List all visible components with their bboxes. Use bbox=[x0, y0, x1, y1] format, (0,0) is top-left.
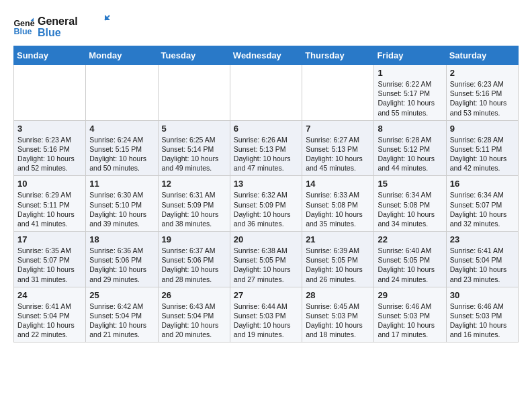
calendar-table: SundayMondayTuesdayWednesdayThursdayFrid… bbox=[13, 46, 519, 342]
cell-content: Sunrise: 6:28 AMSunset: 5:11 PMDaylight:… bbox=[450, 135, 515, 173]
day-number: 2 bbox=[450, 68, 515, 78]
cell-content: Sunrise: 6:38 AMSunset: 5:05 PMDaylight:… bbox=[234, 246, 298, 284]
header-wednesday: Wednesday bbox=[230, 46, 302, 65]
day-number: 15 bbox=[378, 179, 442, 189]
logo-icon: General Blue bbox=[13, 17, 35, 36]
calendar-cell: 12Sunrise: 6:31 AMSunset: 5:09 PMDayligh… bbox=[158, 176, 230, 232]
week-row-3: 17Sunrise: 6:35 AMSunset: 5:07 PMDayligh… bbox=[14, 232, 519, 287]
header-friday: Friday bbox=[374, 46, 446, 65]
day-number: 26 bbox=[162, 290, 226, 300]
day-number: 10 bbox=[17, 179, 82, 189]
calendar-cell: 7Sunrise: 6:27 AMSunset: 5:13 PMDaylight… bbox=[302, 120, 374, 176]
cell-content: Sunrise: 6:29 AMSunset: 5:11 PMDaylight:… bbox=[17, 190, 82, 228]
day-number: 16 bbox=[450, 179, 515, 189]
day-number: 18 bbox=[89, 234, 154, 244]
calendar-cell: 6Sunrise: 6:26 AMSunset: 5:13 PMDaylight… bbox=[230, 120, 302, 176]
header-monday: Monday bbox=[86, 46, 158, 65]
cell-content: Sunrise: 6:43 AMSunset: 5:04 PMDaylight:… bbox=[162, 302, 226, 340]
header-tuesday: Tuesday bbox=[158, 46, 230, 65]
day-number: 3 bbox=[17, 124, 82, 134]
calendar-cell: 14Sunrise: 6:33 AMSunset: 5:08 PMDayligh… bbox=[302, 176, 374, 232]
cell-content: Sunrise: 6:25 AMSunset: 5:14 PMDaylight:… bbox=[162, 135, 226, 173]
calendar-cell: 20Sunrise: 6:38 AMSunset: 5:05 PMDayligh… bbox=[230, 232, 302, 287]
day-number: 6 bbox=[234, 124, 298, 134]
day-number: 12 bbox=[162, 179, 226, 189]
calendar-cell: 5Sunrise: 6:25 AMSunset: 5:14 PMDaylight… bbox=[158, 120, 230, 176]
day-number: 17 bbox=[17, 234, 82, 244]
day-number: 5 bbox=[162, 124, 226, 134]
day-number: 27 bbox=[234, 290, 298, 300]
cell-content: Sunrise: 6:46 AMSunset: 5:03 PMDaylight:… bbox=[378, 302, 442, 340]
day-number: 29 bbox=[378, 290, 442, 300]
day-number: 24 bbox=[17, 290, 82, 300]
day-number: 20 bbox=[234, 234, 298, 244]
day-number: 19 bbox=[162, 234, 226, 244]
cell-content: Sunrise: 6:39 AMSunset: 5:05 PMDaylight:… bbox=[306, 246, 370, 284]
calendar-cell: 2Sunrise: 6:23 AMSunset: 5:16 PMDaylight… bbox=[446, 65, 518, 121]
cell-content: Sunrise: 6:46 AMSunset: 5:03 PMDaylight:… bbox=[450, 302, 515, 340]
calendar-cell: 13Sunrise: 6:32 AMSunset: 5:09 PMDayligh… bbox=[230, 176, 302, 232]
cell-content: Sunrise: 6:22 AMSunset: 5:17 PMDaylight:… bbox=[378, 79, 442, 118]
calendar-cell: 16Sunrise: 6:34 AMSunset: 5:07 PMDayligh… bbox=[446, 176, 518, 232]
cell-content: Sunrise: 6:31 AMSunset: 5:09 PMDaylight:… bbox=[162, 190, 226, 228]
cell-content: Sunrise: 6:23 AMSunset: 5:16 PMDaylight:… bbox=[450, 79, 515, 118]
day-number: 7 bbox=[306, 124, 370, 134]
header-saturday: Saturday bbox=[446, 46, 518, 65]
day-number: 11 bbox=[89, 179, 154, 189]
cell-content: Sunrise: 6:37 AMSunset: 5:06 PMDaylight:… bbox=[162, 246, 226, 284]
day-number: 14 bbox=[306, 179, 370, 189]
calendar-cell: 15Sunrise: 6:34 AMSunset: 5:08 PMDayligh… bbox=[374, 176, 446, 232]
day-number: 25 bbox=[89, 290, 154, 300]
calendar-cell: 26Sunrise: 6:43 AMSunset: 5:04 PMDayligh… bbox=[158, 287, 230, 342]
calendar-cell bbox=[86, 65, 158, 121]
week-row-0: 1Sunrise: 6:22 AMSunset: 5:17 PMDaylight… bbox=[14, 65, 519, 121]
cell-content: Sunrise: 6:33 AMSunset: 5:08 PMDaylight:… bbox=[306, 190, 370, 228]
svg-text:General: General bbox=[38, 15, 78, 27]
day-number: 9 bbox=[450, 124, 515, 134]
cell-content: Sunrise: 6:44 AMSunset: 5:03 PMDaylight:… bbox=[234, 302, 298, 340]
calendar-cell: 3Sunrise: 6:23 AMSunset: 5:16 PMDaylight… bbox=[14, 120, 86, 176]
day-number: 8 bbox=[378, 124, 442, 134]
week-row-4: 24Sunrise: 6:41 AMSunset: 5:04 PMDayligh… bbox=[14, 287, 519, 342]
cell-content: Sunrise: 6:23 AMSunset: 5:16 PMDaylight:… bbox=[17, 135, 82, 173]
calendar-cell: 8Sunrise: 6:28 AMSunset: 5:12 PMDaylight… bbox=[374, 120, 446, 176]
calendar-cell: 24Sunrise: 6:41 AMSunset: 5:04 PMDayligh… bbox=[14, 287, 86, 342]
svg-text:Blue: Blue bbox=[13, 27, 32, 36]
cell-content: Sunrise: 6:34 AMSunset: 5:07 PMDaylight:… bbox=[450, 190, 515, 228]
day-number: 1 bbox=[378, 68, 442, 78]
header-thursday: Thursday bbox=[302, 46, 374, 65]
calendar-cell: 18Sunrise: 6:36 AMSunset: 5:06 PMDayligh… bbox=[86, 232, 158, 287]
page-header: General Blue General Blue bbox=[13, 13, 519, 39]
calendar-cell bbox=[14, 65, 86, 121]
calendar-cell: 30Sunrise: 6:46 AMSunset: 5:03 PMDayligh… bbox=[446, 287, 518, 342]
day-number: 22 bbox=[378, 234, 442, 244]
cell-content: Sunrise: 6:35 AMSunset: 5:07 PMDaylight:… bbox=[17, 246, 82, 284]
day-number: 21 bbox=[306, 234, 370, 244]
calendar-cell: 17Sunrise: 6:35 AMSunset: 5:07 PMDayligh… bbox=[14, 232, 86, 287]
week-row-1: 3Sunrise: 6:23 AMSunset: 5:16 PMDaylight… bbox=[14, 120, 519, 176]
day-number: 30 bbox=[450, 290, 515, 300]
calendar-cell: 9Sunrise: 6:28 AMSunset: 5:11 PMDaylight… bbox=[446, 120, 518, 176]
day-number: 23 bbox=[450, 234, 515, 244]
cell-content: Sunrise: 6:27 AMSunset: 5:13 PMDaylight:… bbox=[306, 135, 370, 173]
cell-content: Sunrise: 6:41 AMSunset: 5:04 PMDaylight:… bbox=[17, 302, 82, 340]
day-number: 13 bbox=[234, 179, 298, 189]
cell-content: Sunrise: 6:42 AMSunset: 5:04 PMDaylight:… bbox=[89, 302, 154, 340]
calendar-cell: 19Sunrise: 6:37 AMSunset: 5:06 PMDayligh… bbox=[158, 232, 230, 287]
calendar-cell: 27Sunrise: 6:44 AMSunset: 5:03 PMDayligh… bbox=[230, 287, 302, 342]
calendar-cell bbox=[158, 65, 230, 121]
header-sunday: Sunday bbox=[14, 46, 86, 65]
cell-content: Sunrise: 6:30 AMSunset: 5:10 PMDaylight:… bbox=[89, 190, 154, 228]
calendar-cell: 23Sunrise: 6:41 AMSunset: 5:04 PMDayligh… bbox=[446, 232, 518, 287]
cell-content: Sunrise: 6:32 AMSunset: 5:09 PMDaylight:… bbox=[234, 190, 298, 228]
calendar-cell: 4Sunrise: 6:24 AMSunset: 5:15 PMDaylight… bbox=[86, 120, 158, 176]
svg-text:Blue: Blue bbox=[38, 27, 61, 38]
cell-content: Sunrise: 6:40 AMSunset: 5:05 PMDaylight:… bbox=[378, 246, 442, 284]
cell-content: Sunrise: 6:34 AMSunset: 5:08 PMDaylight:… bbox=[378, 190, 442, 228]
calendar-cell: 28Sunrise: 6:45 AMSunset: 5:03 PMDayligh… bbox=[302, 287, 374, 342]
calendar-cell: 25Sunrise: 6:42 AMSunset: 5:04 PMDayligh… bbox=[86, 287, 158, 342]
week-row-2: 10Sunrise: 6:29 AMSunset: 5:11 PMDayligh… bbox=[14, 176, 519, 232]
logo: General Blue General Blue bbox=[13, 13, 112, 39]
calendar-cell bbox=[302, 65, 374, 121]
cell-content: Sunrise: 6:24 AMSunset: 5:15 PMDaylight:… bbox=[89, 135, 154, 173]
